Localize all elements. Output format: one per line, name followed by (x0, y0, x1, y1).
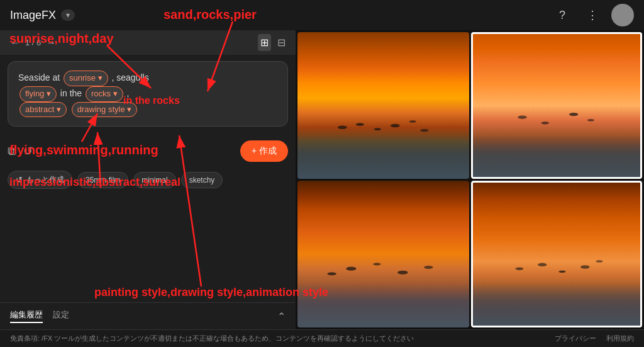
more-button[interactable]: ⋮ (581, 4, 604, 26)
suggestion-35mm-label: 35mm film (86, 176, 120, 185)
wave-2 (473, 134, 641, 177)
prompt-chip-sunrise[interactable]: sunrise ▾ (64, 71, 108, 86)
refresh-button[interactable]: ↺ (23, 144, 33, 158)
terms-link[interactable]: 利用規約 (606, 334, 634, 343)
disclaimer-text: 免責条項: /FX ツールが生成したコンテンツが不適切または不正確な場合もあるた… (10, 334, 414, 343)
app-title: ImageFX (10, 9, 56, 22)
svg-point-13 (397, 270, 408, 274)
generate-button[interactable]: + 作成 (240, 140, 288, 162)
action-left: ⧉ ↺ (8, 144, 33, 158)
nav-counter: 1 / 6 (25, 38, 41, 47)
privacy-link[interactable]: プライバシー (555, 334, 596, 343)
tab-history[interactable]: 編集履歴 (10, 309, 43, 323)
svg-point-11 (346, 266, 356, 270)
status-right: プライバシー 利用規約 (555, 334, 634, 343)
nav-left: ← 1 / 6 → (8, 35, 58, 51)
birds-svg-4 (481, 254, 632, 283)
avatar[interactable] (611, 4, 634, 26)
prompt-mid1: , seagulls (111, 72, 148, 82)
wave-4 (473, 283, 641, 326)
topbar-left: ImageFX ▾ (10, 9, 75, 22)
svg-point-9 (587, 118, 594, 121)
suggestion-row: ↺ もっと作成 35mm film minimal sketchy (0, 167, 296, 193)
image-cell-1[interactable] (297, 32, 469, 179)
prompt-chip-flying[interactable]: flying ▾ (19, 86, 57, 102)
suggestion-sketchy[interactable]: sketchy (181, 172, 223, 188)
left-panel: ← 1 / 6 → ⊞ ⊟ Seaside at sunrise ▾ , sea… (0, 30, 296, 329)
action-row: ⧉ ↺ + 作成 (0, 135, 296, 167)
more-create-chip[interactable]: ↺ もっと作成 (8, 171, 72, 189)
prompt-prefix: Seaside at (18, 72, 60, 82)
birds-svg-3 (306, 254, 460, 287)
image-cell-3[interactable] (297, 181, 469, 327)
bottom-tabs: 編集履歴 設定 ⌃ (0, 302, 296, 329)
copy-button[interactable]: ⧉ (8, 145, 16, 158)
help-button[interactable]: ? (551, 4, 574, 26)
svg-point-15 (515, 267, 523, 270)
svg-point-17 (558, 270, 565, 273)
grid-view-button[interactable]: ⊞ (258, 34, 271, 51)
prompt-chip-abstract[interactable]: abstract ▾ (19, 102, 67, 118)
svg-point-18 (580, 265, 590, 268)
tab-settings[interactable]: 設定 (53, 309, 69, 323)
nav-bar: ← 1 / 6 → ⊞ ⊟ (0, 30, 296, 55)
svg-point-1 (355, 123, 364, 126)
svg-point-7 (541, 121, 549, 124)
status-bar: 免責条項: /FX ツールが生成したコンテンツが不適切または不正確な場合もあるた… (0, 329, 644, 347)
wave-3 (297, 283, 469, 327)
svg-point-6 (518, 115, 527, 118)
svg-point-5 (420, 129, 428, 132)
prompt-mid3: , (127, 88, 130, 98)
prompt-chip-drawing[interactable]: drawing style ▾ (72, 102, 137, 118)
app-chip[interactable]: ▾ (61, 9, 75, 21)
nav-prev-button[interactable]: ← (8, 35, 23, 51)
image-cell-4[interactable] (471, 181, 643, 327)
nav-right: ⊞ ⊟ (258, 34, 288, 51)
prompt-chip-rocks[interactable]: rocks ▾ (86, 86, 123, 102)
svg-point-10 (327, 272, 336, 275)
main-layout: ← 1 / 6 → ⊞ ⊟ Seaside at sunrise ▾ , sea… (0, 30, 644, 329)
prompt-text: Seaside at sunrise ▾ , seagulls flying ▾… (18, 71, 277, 117)
svg-point-14 (424, 265, 433, 268)
expand-button[interactable]: ⌃ (277, 310, 286, 322)
prompt-area[interactable]: Seaside at sunrise ▾ , seagulls flying ▾… (8, 61, 288, 127)
birds-svg-1 (306, 113, 460, 142)
svg-point-12 (373, 263, 380, 265)
svg-point-8 (569, 112, 579, 115)
suggestion-sketchy-label: sketchy (189, 176, 215, 185)
topbar: ImageFX ▾ ? ⋮ (0, 0, 644, 30)
suggestion-refresh-icon: ↺ (16, 175, 23, 185)
svg-point-3 (390, 124, 399, 128)
svg-point-4 (409, 120, 416, 123)
single-view-button[interactable]: ⊟ (275, 34, 288, 51)
suggestion-minimal-label: minimal (142, 176, 167, 185)
topbar-right: ? ⋮ (551, 4, 634, 26)
svg-point-16 (538, 263, 547, 266)
image-cell-2[interactable] (471, 32, 643, 179)
more-create-label: もっと作成 (26, 174, 64, 185)
suggestion-35mm[interactable]: 35mm film (77, 172, 128, 188)
svg-point-19 (596, 260, 602, 263)
image-grid (296, 30, 644, 329)
svg-point-2 (374, 128, 380, 130)
svg-point-0 (338, 126, 347, 130)
tab-group: 編集履歴 設定 (10, 309, 69, 323)
birds-svg-2 (481, 106, 632, 134)
prompt-mid2: in the (60, 88, 82, 98)
nav-next-button[interactable]: → (43, 35, 58, 51)
suggestion-minimal[interactable]: minimal (133, 172, 175, 188)
